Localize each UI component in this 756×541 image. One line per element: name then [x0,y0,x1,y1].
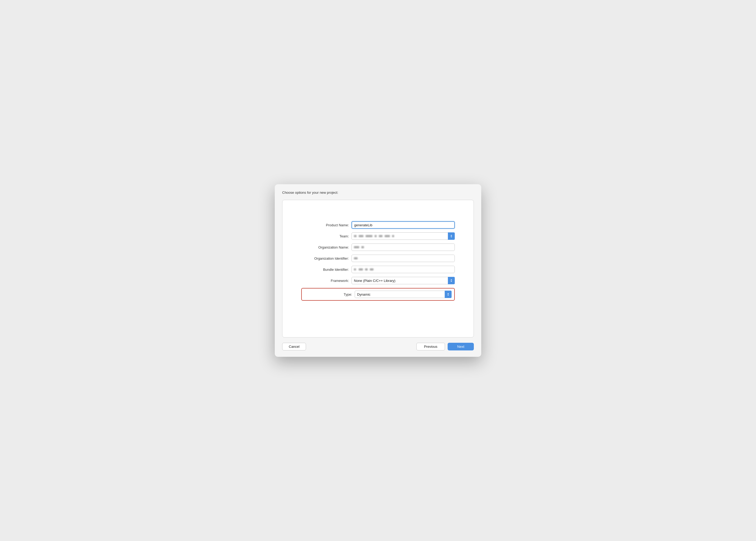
previous-button[interactable]: Previous [416,343,445,350]
blur-block [359,269,363,270]
framework-label: Framework: [301,279,349,283]
type-label: Type: [305,292,352,296]
blur-block [354,246,359,248]
type-select[interactable]: Dynamic Static [355,290,451,298]
blur-block [359,235,364,237]
team-blurred-display [352,233,455,240]
footer-right: Previous Next [416,343,474,350]
blur-block [366,235,373,237]
new-project-dialog: Choose options for your new project: Pro… [275,184,481,357]
blur-block [375,235,377,237]
team-select-wrapper [352,233,455,240]
blur-block [354,269,356,270]
form-area: Product Name: Team: [301,221,455,301]
org-name-row: Organization Name: [301,244,455,251]
blur-block [392,235,394,237]
team-row: Team: [301,233,455,240]
org-identifier-blurred-display [352,255,455,262]
dialog-title: Choose options for your new project: [282,191,474,195]
blur-block [370,269,374,270]
team-label: Team: [301,234,349,238]
cancel-button[interactable]: Cancel [282,343,306,350]
blur-block [361,246,364,248]
framework-row: Framework: None (Plain C/C++ Library) Fo… [301,277,455,284]
org-identifier-row: Organization Identifier: [301,255,455,262]
framework-select[interactable]: None (Plain C/C++ Library) Foundation Ap… [352,277,455,284]
bundle-identifier-blurred-display [352,266,455,273]
bundle-identifier-label: Bundle Identifier: [301,268,349,271]
framework-select-wrapper[interactable]: None (Plain C/C++ Library) Foundation Ap… [352,277,455,284]
org-identifier-label: Organization Identifier: [301,257,349,261]
blur-block [354,235,357,237]
product-name-row: Product Name: [301,221,455,229]
blur-block [379,235,382,237]
type-select-wrapper[interactable]: Dynamic Static [355,290,451,298]
blur-block [354,257,358,260]
blur-block [384,235,390,237]
dialog-footer: Cancel Previous Next [282,343,474,350]
product-name-input[interactable] [352,221,455,229]
blur-block [365,269,368,270]
org-name-blurred-display [352,244,455,251]
content-box: Product Name: Team: [282,200,474,337]
product-name-label: Product Name: [301,223,349,227]
bundle-identifier-row: Bundle Identifier: [301,266,455,273]
org-name-label: Organization Name: [301,246,349,249]
next-button[interactable]: Next [447,343,474,350]
type-row-highlighted: Type: Dynamic Static [301,288,455,301]
